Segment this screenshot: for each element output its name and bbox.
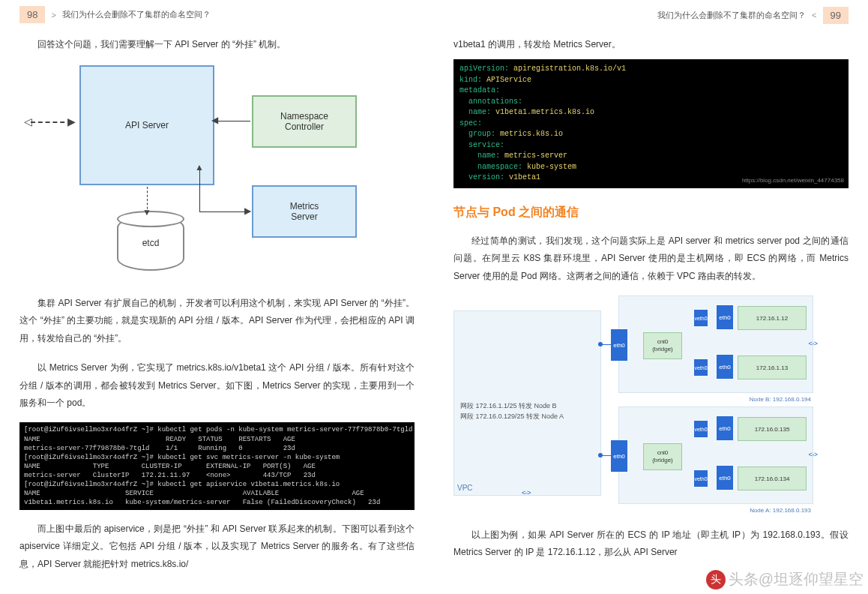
section-heading: 节点与 Pod 之间的通信 <box>453 205 849 220</box>
eth0-label: eth0 <box>613 342 625 349</box>
pod-eth0-box: eth0 <box>717 355 733 379</box>
veth-box: veth0 <box>694 421 708 437</box>
pod-eth0-box: eth0 <box>717 416 733 440</box>
breadcrumb-left: 我们为什么会删除不了集群的命名空间？ <box>62 9 211 20</box>
yaml-key: group <box>468 130 491 138</box>
api-server-diagram: ▶ ◁ API Server Namespace Controller Metr… <box>19 65 415 281</box>
cni-label: cni0 (bridge) <box>652 338 673 352</box>
arrow-ms-api-head-icon: ▲ <box>195 163 204 172</box>
node-b-pane: eth0 cni0 (bridge) veth0 eth0 172.16.1.1… <box>618 296 813 393</box>
breadcrumb-sep-r: < <box>812 10 816 20</box>
breadcrumb-right: 我们为什么会删除不了集群的命名空间？ <box>657 10 806 21</box>
pod-a1-ip: 172.16.0.135 <box>755 426 790 433</box>
veth-label: veth0 <box>694 427 707 432</box>
arrow-api-nsc <box>216 121 250 122</box>
yaml-key: annotations <box>468 98 518 106</box>
pod-b2-ip: 172.16.1.13 <box>756 364 788 371</box>
watermark-logo-icon: 头 <box>706 570 726 590</box>
yaml-val: kube-system <box>527 163 576 171</box>
veth-box: veth0 <box>694 310 708 326</box>
yaml-key: version <box>468 173 500 182</box>
ext-arrow-head-icon: ▶ <box>67 116 76 127</box>
page-watermark: 头 头条@坦逐仰望星空 <box>706 569 864 590</box>
vpc-pane: 网段 172.16.1.1/25 转发 Node B 网段 172.16.0.1… <box>453 310 601 496</box>
ext-arrow-line <box>31 122 72 123</box>
page-header-left: 98 > 我们为什么会删除不了集群的命名空间？ <box>19 0 415 30</box>
yaml-val: metrics.k8s.io <box>500 130 563 138</box>
eth0-label: eth0 <box>719 475 731 482</box>
bidi-icon: <··> <box>522 489 531 496</box>
right-p-end: 以上图为例，如果 API Server 所在的 ECS 的 IP 地址（即主机 … <box>453 526 849 562</box>
eth0-box: eth0 <box>611 329 627 361</box>
page-header-right: 我们为什么会删除不了集群的命名空间？ < 99 <box>453 0 849 30</box>
bidi-icon: <··> <box>808 451 817 458</box>
vpc-route1: 网段 172.16.1.1/25 转发 Node B <box>460 401 564 412</box>
etcd-label: etcd <box>142 238 160 248</box>
yaml-key: namespace <box>477 163 518 171</box>
yaml-key: metadata <box>459 86 495 94</box>
pod-a2-ip: 172.16.0.134 <box>755 476 790 482</box>
yaml-key: service <box>468 141 500 149</box>
network-diagram: 网段 172.16.1.1/25 转发 Node B 网段 172.16.0.1… <box>453 296 849 513</box>
yaml-val: metrics-server <box>504 152 567 160</box>
right-p-net: 经过简单的测试，我们发现，这个问题实际上是 API server 和 metri… <box>453 232 849 285</box>
pod-a2: 172.16.0.134 <box>738 466 807 490</box>
yaml-val: v1beta1.metrics.k8s.io <box>495 108 594 116</box>
left-p3: 以 Metrics Server 为例，它实现了 metrics.k8s.io/… <box>19 359 415 412</box>
vpc-route2: 网段 172.16.0.129/25 转发 Node A <box>460 412 564 422</box>
node-a-caption: Node A: 192.168.0.193 <box>750 507 811 514</box>
yaml-val: v1beta1 <box>509 173 540 182</box>
node-b-caption: Node B: 192.168.0.194 <box>750 396 811 403</box>
veth-box: veth0 <box>694 359 708 376</box>
left-p2: 集群 API Server 有扩展自己的机制，开发者可以利用这个机制，来实现 A… <box>19 295 415 347</box>
nsc-label: Namespace Controller <box>280 111 328 132</box>
net-dot-icon <box>598 342 603 346</box>
eth0-label: eth0 <box>719 364 731 370</box>
metrics-server-box: Metrics Server <box>252 185 357 238</box>
cni-box: cni0 (bridge) <box>643 332 682 359</box>
pod-b2: 172.16.1.13 <box>738 356 807 380</box>
eth0-label: eth0 <box>719 425 731 432</box>
page-number-right: 99 <box>823 7 849 24</box>
pod-eth0-box: eth0 <box>717 466 733 490</box>
watermark-text: 头条@坦逐仰望星空 <box>729 569 864 590</box>
page-left: 98 > 我们为什么会删除不了集群的命名空间？ 回答这个问题，我们需要理解一下 … <box>0 0 434 594</box>
kubectl-terminal: [root@iZuf6ivsellmo3xr4o4frZ ~]# kubectl… <box>19 422 415 509</box>
pod-a1: 172.16.0.135 <box>738 417 807 441</box>
yaml-key: name <box>477 152 495 160</box>
yaml-key: apiVersion <box>459 64 504 73</box>
pod-b1: 172.16.1.12 <box>738 306 807 330</box>
veth-label: veth0 <box>694 365 707 370</box>
eth0-box: eth0 <box>611 440 627 472</box>
api-server-label: API Server <box>125 120 169 130</box>
left-p4: 而上图中最后的 apiservice，则是把 “外挂” 和 API Server… <box>19 520 415 573</box>
book-spread: 98 > 我们为什么会删除不了集群的命名空间？ 回答这个问题，我们需要理解一下 … <box>0 0 868 594</box>
namespace-controller-box: Namespace Controller <box>252 95 357 148</box>
vpc-label: VPC <box>457 484 473 492</box>
page-number-left: 98 <box>19 6 45 23</box>
api-server-box: API Server <box>79 65 214 185</box>
cni-box: cni0 (bridge) <box>643 443 682 470</box>
right-cont: v1beta1 的调用，转发给 Metrics Server。 <box>453 36 849 53</box>
yaml-key: name <box>468 108 486 116</box>
ext-arrow-tail-icon: ◁ <box>24 116 32 127</box>
arrow-api-nsc-head-icon: ◀ <box>211 116 218 124</box>
left-p1: 回答这个问题，我们需要理解一下 API Server 的 “外挂” 机制。 <box>19 36 415 53</box>
veth-label: veth0 <box>694 316 707 321</box>
yaml-key: spec <box>459 119 477 128</box>
breadcrumb-sep: > <box>51 10 55 20</box>
node-a-pane: eth0 cni0 (bridge) veth0 eth0 172.16.0.1… <box>618 406 813 504</box>
page-right: 我们为什么会删除不了集群的命名空间？ < 99 v1beta1 的调用，转发给 … <box>434 0 868 594</box>
vpc-route-text: 网段 172.16.1.1/25 转发 Node B 网段 172.16.0.1… <box>460 401 564 422</box>
arrow-api-ms-h <box>199 212 250 212</box>
veth-label: veth0 <box>694 476 707 482</box>
arrow-api-ms-v <box>199 170 201 212</box>
net-dot-icon <box>598 453 603 458</box>
pod-b1-ip: 172.16.1.12 <box>756 315 788 322</box>
arrow-api-etcd-head-icon: ▼ <box>142 208 151 217</box>
etcd-cylinder: etcd <box>117 215 184 271</box>
yaml-watermark: https://blog.csdn.net/weixin_44774358 <box>742 176 844 185</box>
eth0-label: eth0 <box>719 314 731 321</box>
veth-box: veth0 <box>694 470 708 487</box>
cni-label: cni0 (bridge) <box>652 449 673 464</box>
